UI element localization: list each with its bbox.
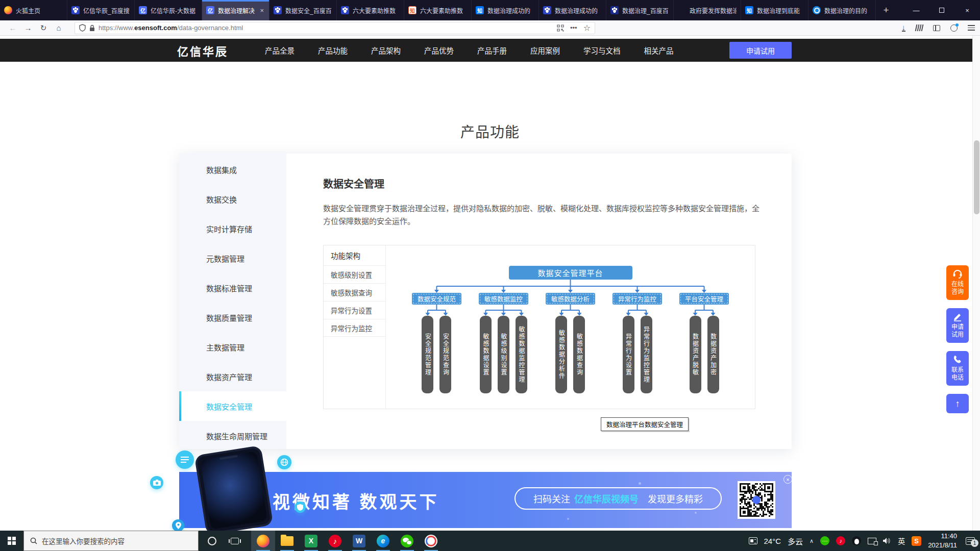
back-icon[interactable]: ← (5, 23, 20, 32)
weather-text[interactable]: 多云 (788, 536, 803, 546)
taskbar-app[interactable] (419, 531, 443, 551)
browser-tab[interactable]: 亿信华辰-大数据 (135, 0, 202, 20)
sidebar-item[interactable]: 数据生命周期管理 (179, 421, 286, 450)
start-button[interactable] (0, 531, 23, 551)
minimize-button[interactable]: — (903, 0, 929, 20)
panel-tab[interactable]: 异常行为监控 (324, 319, 385, 337)
site-nav-link[interactable]: 应用案例 (530, 45, 560, 56)
forward-icon[interactable]: → (20, 23, 36, 32)
phone-mockup-image (194, 445, 273, 536)
tab-title: 数据治理成功的 (487, 6, 534, 15)
site-nav-link[interactable]: 产品全景 (265, 45, 295, 56)
home-icon[interactable]: ⌂ (51, 23, 66, 32)
browser-tab[interactable]: 数据治理解决 × (202, 0, 270, 20)
sidebar-item[interactable]: 数据集成 (179, 155, 286, 184)
browser-tab[interactable]: 数据治理_百度百 (606, 0, 674, 20)
taskbar-app[interactable] (395, 531, 419, 551)
new-tab-button[interactable]: + (876, 0, 896, 20)
sidebar-item[interactable]: 元数据管理 (179, 243, 286, 273)
close-window-button[interactable]: × (954, 0, 980, 20)
bookmark-star-icon[interactable]: ☆ (583, 23, 591, 33)
site-logo[interactable]: 亿信华辰 (177, 42, 228, 59)
network-display-icon[interactable] (868, 538, 876, 544)
sidebar-item[interactable]: 数据质量管理 (179, 303, 286, 332)
taskbar-app[interactable]: e (371, 531, 395, 551)
tab-close-icon[interactable]: × (259, 7, 265, 14)
diagram-leaf-bar: 安全规范查询 (439, 316, 451, 393)
site-nav-link[interactable]: 产品架构 (371, 45, 401, 56)
browser-tab[interactable]: 政府要发挥数据治理 (674, 0, 741, 20)
library-icon[interactable] (915, 24, 924, 31)
browser-tab[interactable]: 数据治理的目的 (808, 0, 876, 20)
scrollbar-thumb[interactable] (974, 140, 979, 214)
taskbar-clock[interactable]: 11:40 2021/8/11 (928, 532, 957, 549)
browser-tab[interactable]: 数据治理成功的 (472, 0, 539, 20)
sidebar-item[interactable]: 主数据管理 (179, 332, 286, 362)
sidebar-item[interactable]: 数据安全管理 (179, 391, 286, 421)
diagram-group: 数据安全规范安全规范管理安全规范查询 (412, 293, 461, 393)
banner-close-icon[interactable]: × (783, 475, 792, 484)
taskbar-search-input[interactable]: 在这里输入你要搜索的内容 (23, 531, 199, 551)
site-nav-link[interactable]: 产品功能 (318, 45, 348, 56)
online-consult-button[interactable]: 在线 咨询 (946, 265, 969, 300)
task-view-icon[interactable] (231, 538, 239, 544)
browser-tab[interactable]: 火狐主页 (0, 0, 67, 20)
site-nav-link[interactable]: 产品优势 (424, 45, 454, 56)
panel-tab[interactable]: 异常行为设置 (324, 301, 385, 319)
apply-trial-button[interactable]: 申请试用 (729, 42, 792, 59)
browser-tab[interactable]: 六大要素助推数 (404, 0, 472, 20)
back-to-top-button[interactable]: ↑ (946, 394, 969, 413)
browser-tab[interactable]: 数据治理到底能 (741, 0, 808, 20)
news-widget-icon[interactable] (749, 537, 757, 544)
panel-tab[interactable]: 敏感级别设置 (324, 265, 385, 283)
cortana-icon[interactable] (208, 537, 216, 545)
netease-tray-icon[interactable]: ♪ (836, 536, 845, 545)
action-center-icon[interactable]: 1 (966, 537, 975, 545)
taskbar-app[interactable] (251, 531, 275, 551)
clock-time: 11:40 (928, 532, 957, 541)
maximize-icon (939, 8, 944, 13)
sidebar-item[interactable]: 数据资产管理 (179, 362, 286, 391)
site-nav-link[interactable]: 产品手册 (477, 45, 507, 56)
account-icon[interactable] (950, 24, 958, 32)
taskbar-app[interactable] (275, 531, 299, 551)
sogou-input-icon[interactable]: S (912, 536, 921, 546)
sidebar-item[interactable]: 数据标准管理 (179, 273, 286, 303)
tab-favicon-icon (71, 6, 80, 14)
browser-tab[interactable]: 数据治理成功的 (539, 0, 606, 20)
url-address-field[interactable]: https://www.esensoft.com/data-governance… (75, 22, 595, 34)
sidebar-item[interactable]: 数据交换 (179, 184, 286, 214)
tray-chevron-icon[interactable]: ∧ (810, 538, 814, 544)
sidebar-item[interactable]: 实时计算存储 (179, 214, 286, 243)
taskbar-app[interactable]: W (347, 531, 371, 551)
apply-trial-float-button[interactable]: 申请 试用 (946, 308, 969, 343)
tab-favicon-icon (813, 6, 821, 14)
reload-icon[interactable]: ↻ (36, 23, 51, 33)
page-scrollbar[interactable] (972, 36, 980, 531)
sidebar-toggle-icon[interactable] (933, 25, 940, 31)
maximize-button[interactable] (929, 0, 954, 20)
menu-hamburger-icon[interactable] (968, 25, 975, 31)
browser-tab[interactable]: 六大要素助推数 (337, 0, 404, 20)
browser-tab[interactable]: 亿信华辰_百度搜 (67, 0, 135, 20)
wechat-tray-icon[interactable]: ⋯ (820, 536, 829, 545)
panel-tab[interactable]: 敏感数据查询 (324, 283, 385, 301)
phone-icon (953, 355, 962, 364)
site-nav-link[interactable]: 学习与文档 (583, 45, 621, 56)
tracking-shield-icon[interactable] (79, 24, 86, 32)
contact-phone-button[interactable]: 联系 电话 (946, 351, 969, 386)
clock-date: 2021/8/11 (928, 541, 957, 550)
volume-icon[interactable] (883, 537, 891, 544)
weather-temp[interactable]: 24°C (764, 537, 781, 545)
app-icon: W (353, 535, 365, 547)
browser-tab[interactable]: 数据安全_百度百 (270, 0, 337, 20)
taskbar-app[interactable]: ♪ (323, 531, 347, 551)
taskbar-app[interactable]: X (299, 531, 323, 551)
input-language[interactable]: 英 (898, 536, 905, 546)
qq-tray-icon[interactable] (852, 536, 861, 545)
tab-title: 数据治理解决 (218, 6, 255, 15)
downloads-icon[interactable]: ↓ (902, 24, 906, 32)
site-nav-link[interactable]: 相关产品 (644, 45, 674, 56)
qr-code-icon[interactable] (557, 24, 564, 32)
more-options-icon[interactable]: ••• (570, 24, 577, 32)
